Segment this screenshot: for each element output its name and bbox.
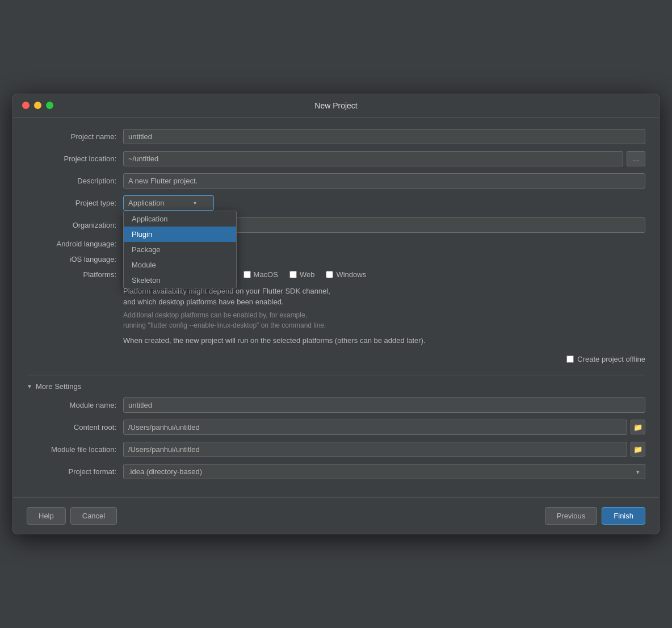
- module-file-location-input[interactable]: [123, 442, 627, 457]
- project-type-control: Application ▾ Application Plugin Package…: [123, 195, 645, 211]
- dialog-body: Project name: Project location: ... Desc…: [13, 118, 659, 498]
- more-settings-header[interactable]: ▼ More Settings: [27, 382, 645, 391]
- title-bar: New Project: [13, 94, 659, 118]
- footer-left: Help Cancel: [27, 507, 117, 525]
- content-root-label: Content root:: [27, 423, 123, 432]
- module-name-row: Module name:: [27, 397, 645, 413]
- dropdown-item-skeleton[interactable]: Skeleton: [124, 273, 236, 288]
- settings-divider: [27, 375, 645, 375]
- content-root-input[interactable]: [123, 420, 627, 435]
- module-file-location-browse-button[interactable]: 📁: [631, 442, 645, 457]
- project-format-select[interactable]: .idea (directory-based): [123, 464, 645, 479]
- dialog-title: New Project: [314, 101, 357, 110]
- description-input[interactable]: [123, 173, 645, 189]
- module-file-location-label: Module file location:: [27, 445, 123, 454]
- project-type-dropdown[interactable]: Application ▾: [123, 195, 214, 211]
- maximize-button[interactable]: [46, 102, 53, 109]
- web-checkbox[interactable]: [289, 271, 297, 278]
- create-offline-checkbox[interactable]: [566, 355, 574, 363]
- create-offline-row: Create project offline: [27, 350, 645, 368]
- windows-platform[interactable]: Windows: [326, 270, 366, 279]
- project-name-input[interactable]: [123, 129, 645, 144]
- description-label: Description:: [27, 177, 123, 185]
- module-name-input[interactable]: [123, 397, 645, 413]
- module-name-label: Module name:: [27, 401, 123, 409]
- project-type-row: Project type: Application ▾ Application …: [27, 195, 645, 211]
- description-row: Description:: [27, 173, 645, 189]
- organization-row: Organization:: [27, 217, 645, 233]
- more-settings-label: More Settings: [36, 382, 81, 391]
- project-location-control: ...: [123, 151, 645, 166]
- browse-button[interactable]: ...: [627, 151, 645, 166]
- info-small-line1: Additional desktop platforms can be enab…: [123, 311, 307, 319]
- ios-language-row: iOS language: Swift Objective-C: [27, 255, 645, 263]
- project-format-label: Project format:: [27, 467, 123, 476]
- module-file-location-control: 📁: [123, 442, 645, 457]
- project-location-input[interactable]: [123, 151, 623, 166]
- collapse-icon: ▼: [27, 383, 32, 390]
- close-button[interactable]: [22, 102, 30, 109]
- content-root-control: 📁: [123, 420, 645, 435]
- android-language-label: Android language:: [27, 240, 123, 248]
- dropdown-item-application[interactable]: Application: [124, 211, 236, 227]
- dropdown-item-module[interactable]: Module: [124, 257, 236, 273]
- web-platform-label: Web: [300, 270, 315, 279]
- windows-checkbox[interactable]: [326, 271, 333, 278]
- window-controls: [22, 102, 53, 109]
- dropdown-item-plugin[interactable]: Plugin: [124, 227, 236, 242]
- description-control: [123, 173, 645, 189]
- content-root-browse-button[interactable]: 📁: [631, 420, 645, 434]
- content-root-row: Content root: 📁: [27, 420, 645, 435]
- help-button[interactable]: Help: [27, 507, 66, 525]
- content-root-location-row: 📁: [123, 420, 645, 435]
- android-language-row: Android language: Kotlin Java: [27, 240, 645, 248]
- location-row: ...: [123, 151, 645, 166]
- info-line2: and which desktop platforms have been en…: [123, 298, 284, 306]
- module-name-control: [123, 397, 645, 413]
- project-type-label: Project type:: [27, 199, 123, 207]
- project-type-dropdown-wrapper: Application ▾ Application Plugin Package…: [123, 195, 214, 211]
- dropdown-arrow-icon: ▾: [194, 200, 196, 206]
- dialog-footer: Help Cancel Previous Finish: [13, 497, 659, 534]
- project-name-label: Project name:: [27, 132, 123, 141]
- project-location-row: Project location: ...: [27, 151, 645, 166]
- organization-label: Organization:: [27, 221, 123, 229]
- project-format-select-wrapper: .idea (directory-based): [123, 464, 645, 479]
- module-file-location-row-inner: 📁: [123, 442, 645, 457]
- platform-info-bottom: When created, the new project will run o…: [123, 335, 645, 346]
- platform-info-text: Platform availability might depend on yo…: [123, 286, 645, 308]
- info-small-line2: running "flutter config --enable-linux-d…: [123, 321, 326, 329]
- project-type-selected-text: Application: [128, 199, 165, 207]
- info-bottom-text: When created, the new project will run o…: [123, 336, 426, 345]
- project-type-dropdown-menu: Application Plugin Package Module Skelet…: [123, 211, 237, 288]
- new-project-dialog: New Project Project name: Project locati…: [12, 94, 660, 535]
- create-offline-label[interactable]: Create project offline: [566, 355, 645, 363]
- platform-info-small: Additional desktop platforms can be enab…: [123, 310, 645, 330]
- web-platform[interactable]: Web: [289, 270, 315, 279]
- project-location-label: Project location:: [27, 154, 123, 163]
- module-file-location-row: Module file location: 📁: [27, 442, 645, 457]
- finish-button[interactable]: Finish: [602, 507, 645, 525]
- macos-checkbox[interactable]: [243, 271, 251, 278]
- create-offline-text: Create project offline: [577, 355, 645, 363]
- macos-platform-label: MacOS: [254, 270, 278, 279]
- dropdown-item-package[interactable]: Package: [124, 242, 236, 257]
- platforms-label: Platforms:: [27, 270, 123, 279]
- previous-button[interactable]: Previous: [545, 507, 598, 525]
- ios-language-label: iOS language:: [27, 255, 123, 263]
- footer-right: Previous Finish: [545, 507, 645, 525]
- project-name-control: [123, 129, 645, 144]
- platforms-row: Platforms: Android iOS Linux: [27, 270, 645, 279]
- macos-platform[interactable]: MacOS: [243, 270, 278, 279]
- minimize-button[interactable]: [34, 102, 41, 109]
- project-format-control: .idea (directory-based): [123, 464, 645, 479]
- cancel-button[interactable]: Cancel: [70, 507, 117, 525]
- project-name-row: Project name:: [27, 129, 645, 144]
- project-format-row: Project format: .idea (directory-based): [27, 464, 645, 479]
- windows-platform-label: Windows: [336, 270, 366, 279]
